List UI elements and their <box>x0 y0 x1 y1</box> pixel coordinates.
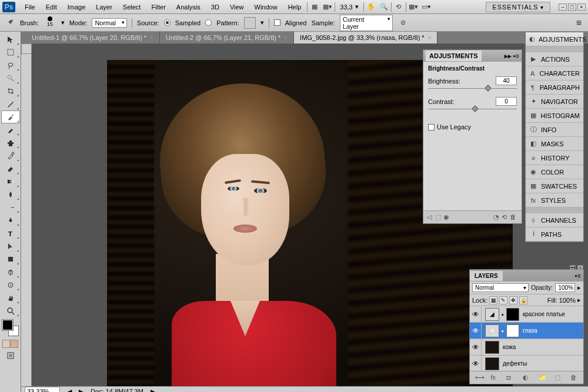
reset-icon[interactable]: ⟲ <box>502 213 510 222</box>
layer-thumbnail[interactable] <box>485 341 499 354</box>
lock-all-icon[interactable]: 🔒 <box>519 296 527 304</box>
recent-color-1[interactable] <box>2 340 10 348</box>
healing-brush-tool[interactable] <box>1 110 20 123</box>
dock-actions[interactable]: ▶ACTIONS <box>526 52 583 66</box>
zoom-level[interactable]: 33,3▾ <box>336 2 362 12</box>
menu-window[interactable]: Window <box>250 2 282 12</box>
lasso-tool[interactable] <box>1 59 20 72</box>
menu-image[interactable]: Image <box>63 2 91 12</box>
zoom-tool-tb[interactable] <box>1 304 20 317</box>
hand-tool[interactable] <box>1 292 20 304</box>
layers-tab[interactable]: LAYERS <box>470 271 503 281</box>
workspace-switcher[interactable]: ESSENTIALS ▾ <box>486 2 550 12</box>
dock-paragraph[interactable]: ¶PARAGRAPH <box>526 81 583 95</box>
blur-tool[interactable] <box>1 188 20 201</box>
3d-camera-tool[interactable] <box>1 279 20 292</box>
aligned-checkbox[interactable] <box>274 19 280 26</box>
zoom-input[interactable]: 33,33% <box>25 387 60 392</box>
menu-help[interactable]: Help <box>283 2 306 12</box>
ignore-adjustment-icon[interactable]: ⊘ <box>397 18 409 28</box>
layer-thumbnail[interactable]: ◢ <box>485 308 499 321</box>
fill-input[interactable]: 100% <box>559 297 576 304</box>
dock-color[interactable]: ◉COLOR <box>526 165 583 179</box>
dock-histogram[interactable]: ▦HISTOGRAM <box>526 109 583 123</box>
dock-history[interactable]: ≡HISTORY <box>526 151 583 165</box>
color-swatches[interactable] <box>2 320 19 336</box>
recent-color-2[interactable] <box>11 340 18 348</box>
marquee-tool[interactable] <box>1 46 20 59</box>
panel-menu-icon[interactable]: ▪≡ <box>575 272 583 279</box>
type-tool[interactable]: T <box>1 227 20 240</box>
pen-tool[interactable] <box>1 214 20 227</box>
document-tab-1[interactable]: Untitled-1 @ 66,7% (Layer 20, RGB/8) *× <box>26 32 160 43</box>
lock-position-icon[interactable]: ✥ <box>509 296 517 304</box>
dock-channels[interactable]: ◊CHANNELS <box>526 213 583 227</box>
dock-styles[interactable]: fxSTYLES <box>526 193 583 207</box>
toggle-visibility-icon[interactable]: ⬚ <box>435 213 443 222</box>
quick-mask-icon[interactable] <box>1 349 20 362</box>
history-brush-tool[interactable] <box>1 149 20 162</box>
zoom-tool-icon[interactable]: 🔍 <box>378 2 390 12</box>
arrange-documents-icon[interactable]: ▦▾ <box>407 2 419 12</box>
maximize-button[interactable]: □ <box>568 4 576 11</box>
dock-adjustments[interactable]: ◐ADJUSTMENTS <box>526 32 583 46</box>
adjustments-tab[interactable]: ADJUSTMENTS <box>426 51 482 61</box>
tool-preset-icon[interactable] <box>4 18 15 28</box>
close-panel-icon[interactable]: × <box>577 265 583 270</box>
layer-row[interactable]: 👁 ◢ ▪ красное платье <box>470 306 583 323</box>
brush-preset-picker[interactable]: 15 <box>44 16 56 29</box>
dock-paths[interactable]: ⌇PATHS <box>526 227 583 242</box>
minimize-button[interactable]: – <box>559 4 567 11</box>
menu-filter[interactable]: Filter <box>146 2 170 12</box>
launch-bridge-icon[interactable]: ▦ <box>309 2 320 12</box>
menu-analysis[interactable]: Analysis <box>172 2 205 12</box>
visibility-toggle[interactable]: 👁 <box>470 306 482 322</box>
layer-row[interactable]: 👁 кожа <box>470 339 583 356</box>
dodge-tool[interactable] <box>1 201 20 214</box>
toggle-panels-icon[interactable]: ⊞ <box>573 18 584 28</box>
menu-edit[interactable]: Edit <box>41 2 62 12</box>
brush-tool[interactable] <box>1 123 20 136</box>
dock-masks[interactable]: ◧MASKS <box>526 137 583 151</box>
move-tool[interactable] <box>1 33 20 46</box>
ruler-origin[interactable] <box>21 43 32 54</box>
dock-info[interactable]: ⓘINFO <box>526 123 583 137</box>
panel-menu-icon[interactable]: ▸▸ ▪≡ <box>505 52 519 60</box>
new-group-icon[interactable]: 📁 <box>539 374 547 382</box>
clone-stamp-tool[interactable] <box>1 136 20 149</box>
brightness-input[interactable] <box>496 76 517 85</box>
layer-mask[interactable] <box>506 308 519 321</box>
sampled-radio[interactable] <box>164 19 171 26</box>
eyedropper-tool[interactable] <box>1 98 20 110</box>
layer-row[interactable]: 👁 ☀ ▪ глаза <box>470 323 583 339</box>
dock-character[interactable]: ACHARACTER <box>526 66 583 81</box>
rotate-view-icon[interactable]: ⟲ <box>393 2 405 12</box>
dock-navigator[interactable]: ✦NAVIGATOR <box>526 95 583 109</box>
menu-select[interactable]: Select <box>118 2 146 12</box>
close-icon[interactable]: × <box>428 35 432 41</box>
ruler-vertical[interactable] <box>21 54 32 386</box>
mode-select[interactable]: Normal <box>92 18 126 28</box>
layer-row[interactable]: 👁 дефекты <box>470 356 583 371</box>
contrast-slider[interactable] <box>428 107 517 112</box>
lock-transparency-icon[interactable]: ▦ <box>489 296 497 304</box>
layer-thumbnail[interactable]: ☀ <box>485 324 499 337</box>
gradient-tool[interactable] <box>1 175 20 188</box>
foreground-color[interactable] <box>2 320 13 330</box>
menu-layer[interactable]: Layer <box>91 2 117 12</box>
quick-select-tool[interactable] <box>1 72 20 85</box>
visibility-toggle[interactable]: 👁 <box>470 356 482 371</box>
blend-mode-select[interactable]: Normal <box>472 283 529 292</box>
document-tab-3[interactable]: IMG_9058-2.jpg @ 33,3% (глаза, RGB/8) *× <box>294 32 437 43</box>
add-mask-icon[interactable]: ◘ <box>507 374 515 382</box>
lock-pixels-icon[interactable]: ✎ <box>499 296 507 304</box>
menu-3d[interactable]: 3D <box>206 2 224 12</box>
opacity-input[interactable]: 100% <box>555 283 575 292</box>
hand-tool-icon[interactable]: ✋ <box>365 2 377 12</box>
use-legacy-checkbox[interactable] <box>428 124 435 130</box>
document-tab-2[interactable]: Untitled-2 @ 66,7% (Layer 21, RGB/8) *× <box>160 32 294 43</box>
sample-select[interactable]: Current Layer <box>340 15 393 31</box>
new-adjustment-icon[interactable]: ◐ <box>523 374 531 382</box>
eraser-tool[interactable] <box>1 162 20 175</box>
brightness-slider[interactable] <box>428 86 517 91</box>
